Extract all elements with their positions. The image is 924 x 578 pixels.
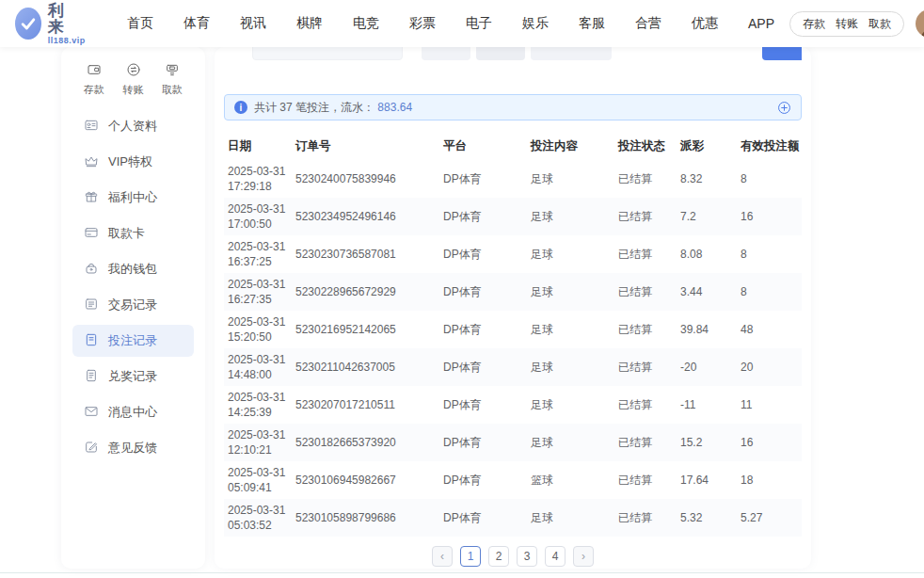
date-value: 2025-03-31 [228, 277, 288, 292]
sidebar-item[interactable]: 意见反馈 [72, 432, 194, 464]
page-button[interactable]: 1 [460, 546, 481, 567]
sidebar-item[interactable]: 交易记录 [72, 289, 194, 321]
filter-tab-2[interactable] [476, 47, 525, 60]
sidebar-item[interactable]: 投注记录 [72, 325, 194, 357]
cell-status: 已结算 [614, 198, 677, 235]
cell-order: 5230207017210511 [292, 386, 439, 424]
cell-date: 2025-03-3105:03:52 [224, 499, 292, 537]
filter-label [224, 47, 245, 62]
cell-valid: 8 [737, 235, 802, 273]
pill-action-button[interactable]: 存款 [803, 16, 825, 32]
sidebar: 存款转账取款 个人资料VIP特权福利中心取款卡我的钱包交易记录投注记录兑奖记录消… [61, 47, 205, 569]
time-value: 14:25:39 [228, 405, 288, 420]
table-row: 2025-03-3105:09:415230106945982667DP体育篮球… [224, 461, 802, 499]
nav-item[interactable]: 电竞 [338, 15, 394, 32]
time-value: 15:20:50 [228, 329, 288, 345]
column-header: 投注状态 [614, 132, 677, 160]
nav-item[interactable]: 视讯 [225, 15, 281, 32]
table-row: 2025-03-3114:25:395230207017210511DP体育足球… [224, 386, 802, 424]
wallet-quick-actions: 存款转账取款 [789, 11, 904, 37]
cell-status: 已结算 [614, 273, 677, 311]
sidebar-item[interactable]: VIP特权 [72, 146, 194, 178]
cell-status: 已结算 [614, 386, 677, 424]
page-button[interactable]: 2 [488, 546, 509, 567]
column-header: 平台 [439, 132, 527, 160]
search-button[interactable] [762, 47, 802, 60]
cell-platform: DP体育 [439, 273, 527, 311]
cell-payout: 8.08 [677, 235, 737, 273]
nav-item[interactable]: 合营 [620, 15, 677, 32]
cell-valid: 16 [737, 424, 802, 461]
filter-tab-3[interactable] [531, 47, 612, 60]
nav-item[interactable]: 娱乐 [507, 15, 564, 32]
cell-order: 5230211042637005 [292, 348, 439, 386]
bank-card-icon [84, 225, 99, 243]
cell-content: 足球 [527, 273, 614, 311]
nav-item[interactable]: 首页 [112, 15, 168, 32]
cell-valid: 20 [737, 348, 802, 386]
cell-order: 5230106945982667 [292, 461, 439, 499]
cell-order: 5230228965672929 [292, 273, 439, 311]
cell-platform: DP体育 [439, 348, 527, 386]
site-logo[interactable]: 利 来 ll188.vip [15, 3, 91, 45]
nav-item[interactable]: 棋牌 [281, 15, 338, 32]
cell-valid: 8 [737, 273, 802, 311]
sidebar-quick-withdraw[interactable]: 取款 [162, 62, 183, 97]
table-row: 2025-03-3116:27:355230228965672929DP体育足球… [224, 273, 802, 311]
table-row: 2025-03-3115:20:505230216952142065DP体育足球… [224, 311, 802, 348]
time-value: 16:37:25 [228, 254, 288, 269]
cell-content: 足球 [527, 424, 614, 461]
cell-order: 5230105898799686 [292, 499, 439, 537]
filter-input[interactable] [252, 47, 403, 60]
nav-item[interactable]: 体育 [168, 15, 225, 32]
sidebar-item[interactable]: 兑奖记录 [72, 361, 194, 393]
cell-payout: 5.32 [677, 499, 737, 537]
cell-platform: DP体育 [439, 160, 527, 198]
column-header: 日期 [224, 132, 292, 160]
cell-content: 足球 [527, 386, 614, 424]
pill-action-button[interactable]: 转账 [836, 16, 858, 32]
nav-item[interactable]: 客服 [564, 15, 620, 32]
cell-payout: 7.2 [677, 198, 737, 235]
bet-records-table: 日期订单号平台投注内容投注状态派彩有效投注额 2025-03-3117:29:1… [224, 132, 802, 537]
redeem-icon [84, 368, 99, 386]
prev-page-button[interactable]: ‹ [432, 546, 453, 567]
cell-payout: 8.32 [677, 160, 737, 198]
plus-circle-icon[interactable] [777, 101, 791, 115]
next-page-button[interactable]: › [573, 546, 594, 567]
table-row: 2025-03-3117:00:505230234952496146DP体育足球… [224, 198, 802, 235]
cell-status: 已结算 [614, 235, 677, 273]
table-row: 2025-03-3116:37:255230230736587081DP体育足球… [224, 235, 802, 273]
quick-label: 存款 [84, 83, 104, 97]
user-box: anxin3399总资产：1363.49元 永久域名：ll188.vip | l… [916, 9, 924, 38]
cell-platform: DP体育 [439, 424, 527, 461]
sidebar-item-label: 我的钱包 [108, 261, 157, 278]
mail-icon [84, 404, 99, 422]
sidebar-quick-transfer[interactable]: 转账 [123, 62, 144, 97]
footer-divider [0, 572, 924, 573]
cell-content: 足球 [527, 348, 614, 386]
nav-item[interactable]: 彩票 [394, 15, 451, 32]
sidebar-item[interactable]: 消息中心 [72, 396, 194, 428]
pill-action-button[interactable]: 取款 [868, 16, 891, 32]
sidebar-item[interactable]: 取款卡 [72, 217, 194, 249]
table-row: 2025-03-3105:03:525230105898799686DP体育足球… [224, 499, 802, 537]
page-button[interactable]: 4 [545, 546, 566, 567]
sidebar-item[interactable]: 我的钱包 [72, 253, 194, 285]
id-card-icon [84, 118, 99, 136]
cell-platform: DP体育 [439, 198, 527, 235]
avatar[interactable] [916, 9, 924, 38]
logo-title: 利 来 [48, 3, 91, 35]
filter-tab-1[interactable] [422, 47, 470, 60]
cell-date: 2025-03-3116:27:35 [224, 273, 292, 311]
table-row: 2025-03-3117:29:185230240075839946DP体育足球… [224, 160, 802, 198]
page-button[interactable]: 3 [517, 546, 537, 567]
cell-status: 已结算 [614, 348, 677, 386]
sidebar-quick-deposit[interactable]: 存款 [84, 62, 104, 97]
nav-item[interactable]: APP [733, 16, 789, 31]
sidebar-item[interactable]: 个人资料 [72, 110, 194, 142]
date-value: 2025-03-31 [228, 427, 288, 442]
sidebar-item[interactable]: 福利中心 [72, 182, 194, 214]
nav-item[interactable]: 电子 [451, 15, 507, 32]
nav-item[interactable]: 优惠 [677, 15, 733, 32]
